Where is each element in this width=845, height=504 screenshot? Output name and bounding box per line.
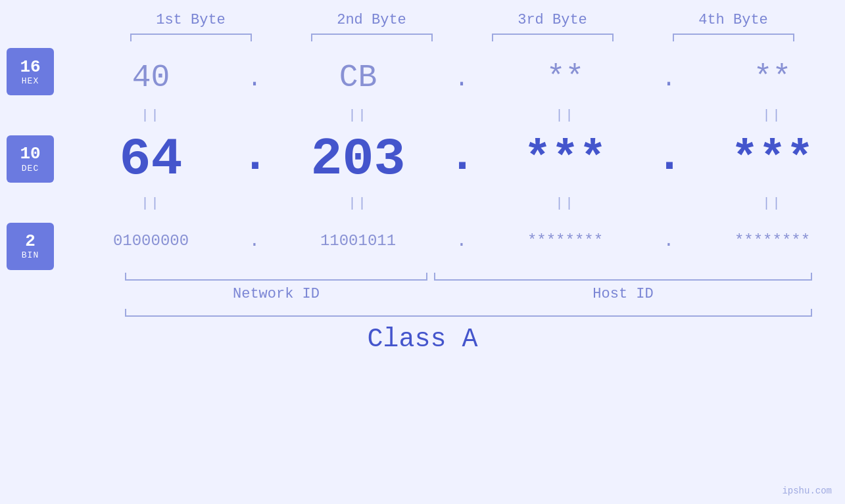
bin-row: 01000000 . 11001011 . ******** . *******… <box>60 211 845 270</box>
bin-dot-1: . <box>241 231 268 251</box>
hex-cell-3: ** <box>475 60 656 95</box>
bin-dot-2: . <box>448 231 475 251</box>
hex-val-3: ** <box>546 60 585 95</box>
dec-val-3: *** <box>523 133 606 185</box>
par-lines-4: || <box>762 108 782 123</box>
dec-val-2: 203 <box>310 129 405 189</box>
hex-dot-2: . <box>448 68 475 91</box>
dec-cell-1: 64 <box>60 129 241 189</box>
par-lines-8: || <box>762 196 782 211</box>
parallel-sep-1: || || || || <box>60 107 845 123</box>
watermark: ipshu.com <box>782 486 832 496</box>
dec-cell-4: *** <box>682 133 845 185</box>
hex-dot-3: . <box>656 68 682 91</box>
bin-val-3: ******** <box>527 232 603 250</box>
dec-dot-1: . <box>241 131 268 188</box>
dec-badge-number: 10 <box>20 145 40 164</box>
dec-dot-2: . <box>448 131 475 188</box>
dec-dot-3: . <box>656 131 682 188</box>
hex-badge-label: HEX <box>22 76 39 86</box>
bin-cell-3: ******** <box>475 232 656 250</box>
hex-val-4: ** <box>754 60 792 95</box>
dec-val-4: *** <box>731 133 813 185</box>
bin-badge-label: BIN <box>22 250 39 260</box>
par-lines-2: || <box>348 108 368 123</box>
top-bracket-1 <box>130 34 252 41</box>
hex-val-2: CB <box>339 60 377 95</box>
bin-val-4: ******** <box>735 232 810 250</box>
top-brackets <box>39 34 845 41</box>
top-bracket-4 <box>673 34 794 41</box>
par-lines-6: || <box>348 196 368 211</box>
bin-badge-number: 2 <box>25 232 36 251</box>
byte-header-3: 3rd Byte <box>462 12 643 28</box>
host-id-label: Host ID <box>434 286 812 302</box>
hex-row: 40 . CB . ** . ** <box>60 48 845 107</box>
byte-header-1: 1st Byte <box>101 12 281 28</box>
class-label: Class A <box>0 325 845 354</box>
hex-cell-1: 40 <box>60 60 241 95</box>
main-container: 1st Byte 2nd Byte 3rd Byte 4th Byte 16 H… <box>0 0 845 504</box>
main-content: 16 HEX 10 DEC 2 BIN 40 . CB <box>0 48 845 270</box>
byte-headers: 1st Byte 2nd Byte 3rd Byte 4th Byte <box>39 0 845 28</box>
bin-cell-4: ******** <box>682 232 845 250</box>
dec-cell-2: 203 <box>268 129 448 189</box>
dec-val-1: 64 <box>119 129 182 189</box>
spacer-left <box>92 273 125 281</box>
dec-badge: 10 DEC <box>7 135 54 183</box>
hex-dot-1: . <box>241 68 268 91</box>
bin-cell-1: 01000000 <box>60 232 241 250</box>
hex-badge-number: 16 <box>20 58 40 77</box>
byte-header-4: 4th Byte <box>643 12 824 28</box>
network-id-label: Network ID <box>125 286 427 302</box>
dec-cell-3: *** <box>475 133 656 185</box>
host-id-bracket <box>434 273 812 281</box>
bin-val-1: 01000000 <box>113 232 189 250</box>
bottom-bracket-row <box>92 273 845 281</box>
hex-val-1: 40 <box>132 60 170 95</box>
par-lines-3: || <box>555 108 575 123</box>
bottom-section: Network ID Host ID <box>0 270 845 317</box>
dec-row: 64 . 203 . *** . *** <box>60 123 845 195</box>
values-grid: 40 . CB . ** . ** || || <box>60 48 845 270</box>
bin-dot-3: . <box>656 231 682 251</box>
hex-cell-2: CB <box>268 60 448 95</box>
parallel-sep-2: || || || || <box>60 195 845 211</box>
hex-cell-4: ** <box>682 60 845 95</box>
par-lines-5: || <box>141 196 160 211</box>
bin-val-2: 11001011 <box>320 232 396 250</box>
par-lines-7: || <box>555 196 575 211</box>
spacer-mid <box>427 273 434 281</box>
top-bracket-3 <box>492 34 614 41</box>
dec-badge-label: DEC <box>22 164 39 173</box>
bin-cell-2: 11001011 <box>268 232 448 250</box>
byte-header-2: 2nd Byte <box>281 12 462 28</box>
bin-badge: 2 BIN <box>7 223 54 270</box>
top-bracket-2 <box>311 34 433 41</box>
network-id-bracket <box>125 273 427 281</box>
full-bracket <box>125 309 812 317</box>
id-labels-row: Network ID Host ID <box>92 286 845 302</box>
par-lines-1: || <box>141 108 160 123</box>
badges-column: 16 HEX 10 DEC 2 BIN <box>0 48 60 270</box>
hex-badge: 16 HEX <box>7 48 54 95</box>
